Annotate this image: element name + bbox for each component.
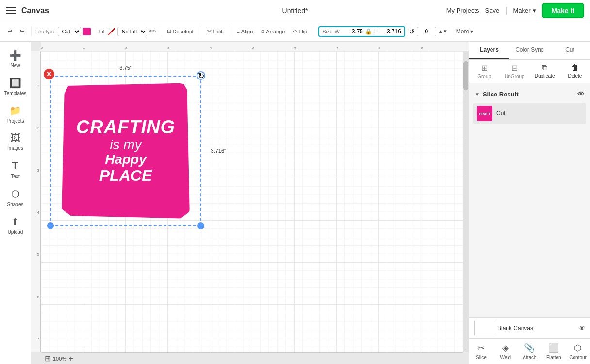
- sidebar-item-shapes[interactable]: ⬡ Shapes: [2, 184, 29, 211]
- sidebar-item-new[interactable]: ➕ New: [2, 46, 29, 72]
- dimension-height: 3.716": [211, 148, 226, 154]
- redo-button[interactable]: ↪: [17, 26, 27, 36]
- design-container[interactable]: ✕ 3.75" 3.716" CRaFTiNG is my Happy Plac…: [50, 76, 201, 226]
- text-line4: Place: [76, 167, 175, 184]
- edit-group: ✂ Edit: [204, 26, 229, 36]
- linetype-select[interactable]: Cut: [58, 27, 81, 36]
- app-title: Canvas: [21, 6, 49, 15]
- fit-icon[interactable]: ⊞: [45, 354, 51, 363]
- align-icon: ≡: [236, 29, 239, 34]
- arrange-button[interactable]: ⧉ Arrange: [258, 26, 288, 36]
- tab-color-sync[interactable]: Color Sync: [509, 42, 550, 59]
- crafting-text: CRaFTiNG is my Happy Place: [71, 112, 180, 190]
- tab-layers[interactable]: Layers: [469, 42, 509, 59]
- shapes-icon: ⬡: [11, 188, 19, 200]
- weld-button[interactable]: ◈ Weld: [493, 341, 518, 362]
- more-button[interactable]: More ▾: [456, 28, 473, 35]
- divider: |: [505, 6, 507, 15]
- doc-title: Untitled*: [282, 7, 308, 15]
- slice-result-header[interactable]: ▼ Slice Result 👁: [473, 87, 586, 101]
- slice-result-label: Slice Result: [483, 91, 519, 98]
- tab-cut[interactable]: Cut: [550, 42, 590, 59]
- size-group: Size W 🔒 H: [318, 26, 405, 37]
- slice-icon: ✂: [477, 343, 485, 353]
- align-group: ≡ Align ⧉ Arrange ⇔ Flip: [233, 26, 314, 36]
- blank-canvas-bar: Blank Canvas 👁: [469, 317, 590, 338]
- weld-icon: ◈: [502, 343, 509, 353]
- sidebar-item-text[interactable]: T Text: [2, 156, 29, 183]
- hamburger-menu[interactable]: [6, 7, 16, 14]
- flatten-button[interactable]: ⬜ Flatten: [541, 341, 566, 362]
- scrollbar-right[interactable]: [463, 51, 469, 352]
- images-icon: 🖼: [11, 132, 20, 143]
- handle-bottom-left[interactable]: [46, 222, 55, 230]
- linetype-label: Linetype: [35, 29, 56, 34]
- zoom-value: 100%: [53, 356, 66, 362]
- make-it-button[interactable]: Make It: [542, 3, 584, 18]
- height-input[interactable]: [380, 28, 401, 35]
- lock-icon[interactable]: 🔒: [365, 28, 372, 35]
- linetype-color-swatch[interactable]: [83, 28, 91, 35]
- rotate-stepper[interactable]: ▲▼: [438, 29, 448, 34]
- text-line2: is my: [76, 138, 175, 153]
- sidebar-item-templates[interactable]: 🔲 Templates: [2, 73, 29, 100]
- fill-group: Fill No Fill ✏: [99, 27, 160, 36]
- edit-icon: ✂: [207, 28, 212, 34]
- close-button[interactable]: ✕: [44, 69, 54, 79]
- fill-select[interactable]: No Fill: [117, 27, 148, 36]
- fill-label: Fill: [99, 29, 106, 34]
- text-icon: T: [12, 159, 18, 172]
- slice-button[interactable]: ✂ Slice: [469, 341, 493, 362]
- fill-swatch[interactable]: [108, 28, 115, 35]
- handle-rotate[interactable]: ↻: [197, 71, 205, 80]
- height-label: H: [374, 29, 378, 34]
- main-content: ➕ New 🔲 Templates 📁 Projects 🖼 Images T …: [0, 42, 590, 364]
- ungroup-button[interactable]: ⊟ UnGroup: [499, 62, 529, 81]
- dimension-width: 3.75": [119, 65, 131, 71]
- edit-button[interactable]: ✂ Edit: [204, 26, 225, 36]
- canvas-grid: ✕ 3.75" 3.716" CRaFTiNG is my Happy Plac…: [41, 51, 463, 352]
- sidebar-item-projects[interactable]: 📁 Projects: [2, 101, 29, 127]
- history-group: ↩ ↪: [5, 26, 32, 36]
- flatten-icon: ⬜: [548, 343, 559, 353]
- text-line1: CRaFTiNG: [76, 117, 175, 138]
- handle-bottom-right[interactable]: [197, 222, 205, 230]
- rotate-input[interactable]: [417, 27, 436, 36]
- maker-dropdown[interactable]: Maker ▾: [513, 7, 536, 14]
- linetype-group: Linetype Cut: [35, 27, 95, 36]
- eye-icon[interactable]: 👁: [577, 90, 584, 98]
- duplicate-icon: ⧉: [542, 63, 547, 72]
- contour-icon: ⬡: [574, 343, 582, 353]
- deselect-button[interactable]: ⊡ Deselect: [164, 26, 197, 36]
- size-label: Size: [322, 29, 332, 34]
- top-right-actions: My Projects Save | Maker ▾ Make It: [446, 3, 584, 18]
- plus-icon: ➕: [9, 49, 21, 61]
- bottom-toolbar: ✂ Slice ◈ Weld 📎 Attach ⬜ Flatten ⬡ Cont…: [469, 338, 590, 364]
- contour-button[interactable]: ⬡ Contour: [566, 341, 590, 362]
- layers-content: ▼ Slice Result 👁 CRAFT Cut: [469, 83, 590, 317]
- attach-button[interactable]: 📎 Attach: [518, 341, 542, 362]
- collapse-arrow-icon: ▼: [475, 92, 480, 97]
- blank-canvas-label: Blank Canvas: [497, 325, 574, 332]
- duplicate-button[interactable]: ⧉ Duplicate: [530, 62, 560, 81]
- attach-icon: 📎: [524, 343, 535, 353]
- sidebar-item-images[interactable]: 🖼 Images: [2, 128, 29, 155]
- my-projects-link[interactable]: My Projects: [446, 7, 479, 14]
- save-button[interactable]: Save: [485, 7, 500, 14]
- layer-item[interactable]: CRAFT Cut: [473, 103, 586, 124]
- upload-icon: ⬆: [11, 216, 19, 227]
- zoom-in-button[interactable]: +: [68, 354, 73, 363]
- pen-tool-icon[interactable]: ✏: [149, 27, 156, 36]
- group-button[interactable]: ⊞ Group: [469, 62, 499, 81]
- canvas-area[interactable]: 0 1 2 3 4 5 6 7 8 9 1 2 3 4 5 6 7 8: [31, 42, 469, 364]
- sidebar-item-upload[interactable]: ⬆ Upload: [2, 212, 29, 238]
- align-button[interactable]: ≡ Align: [233, 27, 256, 36]
- blank-canvas-eye-icon[interactable]: 👁: [578, 324, 585, 332]
- flip-button[interactable]: ⇔ Flip: [290, 26, 310, 36]
- undo-button[interactable]: ↩: [5, 26, 15, 36]
- deselect-icon: ⊡: [167, 28, 171, 34]
- undo-icon: ↩: [8, 28, 12, 34]
- rotate-group: ↺ ▲▼: [409, 27, 452, 36]
- width-input[interactable]: [342, 28, 363, 35]
- delete-button[interactable]: 🗑 Delete: [560, 62, 590, 81]
